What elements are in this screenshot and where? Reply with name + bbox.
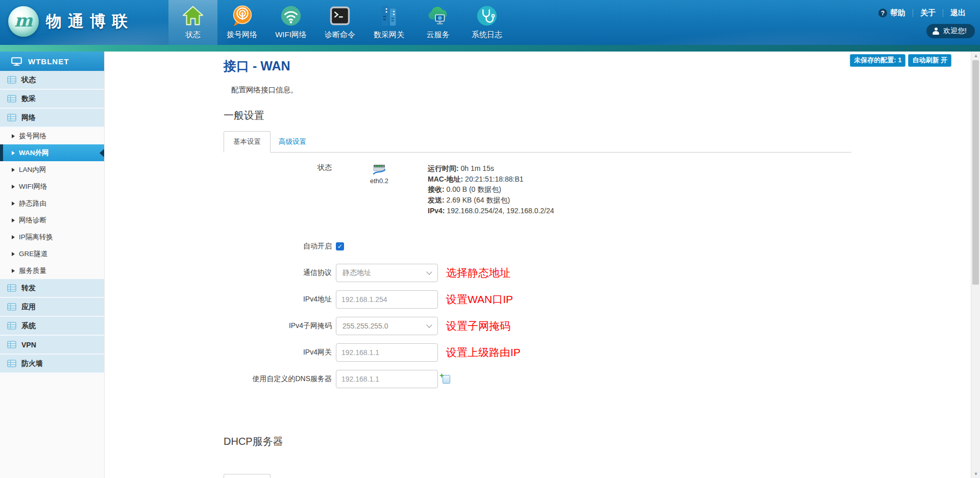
caret-right-icon [12, 168, 15, 172]
question-icon: ? [878, 9, 887, 17]
custom-dns-label: 使用自定义的DNS服务器 [224, 374, 332, 384]
nav-item-diagnostic-command[interactable]: 诊断命令 [315, 0, 364, 45]
protocol-annotation: 选择静态地址 [446, 266, 510, 280]
auto-start-checkbox[interactable] [336, 242, 344, 250]
unsaved-changes-badge[interactable]: 未保存的配置: 1 [850, 54, 905, 67]
scroll-up-arrow[interactable]: ▲ [971, 52, 980, 60]
tab-basic-settings[interactable]: 基本设置 [224, 131, 271, 153]
sidebar-item-network-diagnosis[interactable]: 网络诊断 [0, 212, 104, 229]
sidebar-item-data-collection[interactable]: 数采 [0, 90, 104, 109]
app-header: m 物通博联 状态 拨号网络 [0, 0, 980, 45]
protocol-row: 通信协议 静态地址 选择静态地址 [224, 264, 971, 282]
grid-icon [7, 303, 16, 311]
brand-logo: m 物通博联 [8, 6, 134, 37]
nav-item-system-log[interactable]: 系统日志 [462, 0, 511, 45]
general-settings-tabbar: 基本设置 高级设置 [224, 131, 851, 153]
sidebar-item-vpn[interactable]: VPN [0, 336, 104, 355]
interface-status-info: 运行时间: 0h 1m 15s MAC-地址: 20:21:51:18:88:B… [423, 163, 554, 216]
link-separator [943, 9, 943, 17]
scroll-down-arrow[interactable]: ▼ [971, 470, 980, 478]
caret-right-icon [12, 235, 15, 239]
caret-right-icon [12, 218, 15, 222]
ipv4-gateway-annotation: 设置上级路由IP [446, 345, 521, 360]
sidebar-item-network[interactable]: 网络 [0, 109, 104, 128]
sidebar-item-system[interactable]: 系统 [0, 317, 104, 336]
grid-icon [7, 114, 16, 121]
ipv4-address-label: IPv4地址 [224, 295, 332, 304]
add-dns-button[interactable]: + [440, 374, 450, 384]
nav-item-wifi-network[interactable]: WIFI网络 [266, 0, 315, 45]
caret-right-icon [12, 202, 15, 206]
status-ipv4: IPv4: 192.168.0.254/24, 192.168.0.2/24 [428, 206, 554, 216]
chevron-down-icon [426, 269, 432, 274]
ipv4-address-annotation: 设置WAN口IP [446, 292, 513, 307]
ipv4-netmask-select[interactable]: 255.255.255.0 [336, 317, 438, 335]
syslog-icon [475, 4, 499, 28]
ipv4-address-input[interactable] [336, 290, 438, 309]
help-link[interactable]: ? 帮助 [878, 8, 905, 18]
sidebar-item-status[interactable]: 状态 [0, 71, 104, 90]
grid-icon [7, 360, 16, 367]
interface-status-row: 状态 eth0.2 运行时间: 0h 1m 15s MAC-地址: 20:21:… [224, 163, 971, 216]
sidebar-item-lan[interactable]: LAN内网 [0, 161, 104, 178]
sidebar-item-wan[interactable]: WAN外网 [0, 144, 104, 161]
auto-start-row: 自动开启 [224, 242, 971, 251]
grid-icon [7, 284, 16, 292]
tab-advanced-settings[interactable]: 高级设置 [271, 132, 314, 152]
grid-icon [7, 322, 16, 330]
sidebar-item-wifi[interactable]: WIFI网络 [0, 178, 104, 195]
top-nav: 状态 拨号网络 [168, 0, 511, 45]
sidebar-item-firewall[interactable]: 防火墙 [0, 355, 104, 373]
sidebar-item-forwarding[interactable]: 转发 [0, 279, 104, 298]
custom-dns-input[interactable] [336, 370, 438, 388]
nav-item-data-gateway[interactable]: 数采网关 [364, 0, 413, 45]
protocol-label: 通信协议 [224, 268, 332, 278]
auto-refresh-toggle[interactable]: 自动刷新 开 [908, 54, 951, 67]
chevron-down-icon [426, 322, 432, 328]
nav-item-dial-network[interactable]: 拨号网络 [217, 0, 266, 45]
ipv4-address-row: IPv4地址 设置WAN口IP [224, 290, 971, 309]
scrollbar-thumb[interactable] [972, 60, 979, 285]
ipv4-gateway-row: IPv4网关 设置上级路由IP [224, 343, 971, 362]
page-subtitle: 配置网络接口信息。 [231, 85, 971, 95]
vertical-scrollbar[interactable]: ▲ ▼ [971, 52, 980, 478]
cloud-icon [426, 4, 450, 28]
logout-link[interactable]: 退出 [950, 8, 966, 18]
auto-start-label: 自动开启 [224, 242, 332, 251]
about-link[interactable]: 关于 [920, 8, 936, 18]
monitor-icon [11, 57, 22, 66]
dhcp-tab-basic-settings[interactable]: 基本设置 [224, 474, 271, 478]
sidebar-item-applications[interactable]: 应用 [0, 298, 104, 317]
link-separator [913, 9, 913, 17]
nav-item-status[interactable]: 状态 [168, 0, 217, 45]
welcome-button[interactable]: 欢迎您! [926, 24, 975, 38]
nav-item-cloud-service[interactable]: 云服务 [413, 0, 462, 45]
ipv4-netmask-annotation: 设置子网掩码 [446, 319, 510, 333]
sidebar-item-ip-isolation[interactable]: IP隔离转换 [0, 229, 104, 245]
sidebar-device-title[interactable]: WTBLNET [0, 52, 104, 71]
caret-right-icon [12, 134, 15, 138]
sidebar: WTBLNET 状态 数采 网络 拨号网络 WAN外网 LAN内网 WIFI网络… [0, 52, 105, 478]
home-icon [181, 4, 205, 28]
main-content: 未保存的配置: 1 自动刷新 开 接口 - WAN 配置网络接口信息。 一般设置… [105, 52, 971, 478]
ethernet-icon [372, 164, 386, 175]
status-rx: 接收: 0.00 B (0 数据包) [428, 184, 554, 195]
general-settings-heading: 一般设置 [224, 109, 971, 122]
status-uptime: 运行时间: 0h 1m 15s [428, 163, 554, 174]
dial-network-icon [230, 4, 254, 28]
grid-icon [7, 95, 16, 103]
sidebar-item-static-routes[interactable]: 静态路由 [0, 195, 104, 212]
protocol-select[interactable]: 静态地址 [336, 264, 438, 282]
terminal-icon [328, 4, 352, 28]
sidebar-item-dial-network[interactable]: 拨号网络 [0, 128, 104, 144]
sidebar-item-qos[interactable]: 服务质量 [0, 262, 104, 279]
header-accent-strip [0, 45, 980, 52]
interface-name: eth0.2 [336, 177, 423, 185]
gateway-icon [377, 4, 401, 28]
interface-icon-block: eth0.2 [336, 163, 423, 216]
status-badges: 未保存的配置: 1 自动刷新 开 [850, 54, 951, 67]
caret-right-icon [12, 151, 15, 155]
caret-right-icon [12, 252, 15, 256]
ipv4-gateway-input[interactable] [336, 343, 438, 362]
sidebar-item-gre-tunnel[interactable]: GRE隧道 [0, 245, 104, 262]
